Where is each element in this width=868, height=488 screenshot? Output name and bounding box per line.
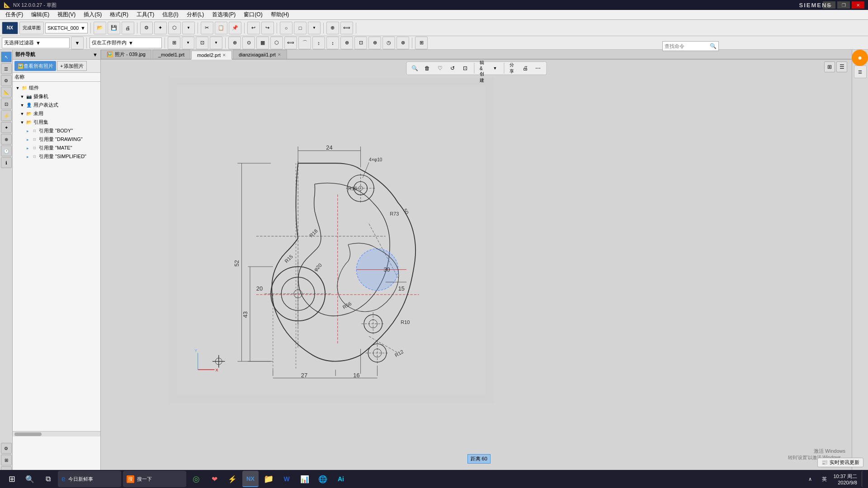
sidebar-icon-6[interactable]: ✦ [1,122,12,133]
t2-btn4[interactable]: ▼ [210,37,222,49]
t2-btn5[interactable]: ⊕ [228,37,241,49]
taskbar-app6[interactable]: ⚡ [224,471,241,487]
snap-tool[interactable]: ⊕ [326,22,339,34]
taskbar-ie[interactable]: e 今日新鲜事 [58,471,121,487]
filter-dropdown[interactable]: 无选择过滤器 ▼ [2,38,70,48]
taskbar-nx[interactable]: NX [242,471,259,487]
news-notification[interactable]: 📰 实时资讯更新 [817,458,863,467]
menu-task[interactable]: 任务(F) [2,10,27,19]
delete-btn[interactable]: 🗑 [422,63,433,74]
taskbar-up-arrow[interactable]: ∧ [802,471,818,487]
t2-btn6[interactable]: ⊙ [242,37,255,49]
undo-btn[interactable]: ↩ [247,22,260,34]
taskbar-app9[interactable]: 📊 [297,471,313,487]
right-btn2[interactable]: ☰ [854,66,867,78]
tree-node-expressions[interactable]: ▼ 👤 用户表达式 [14,101,99,109]
redo-btn[interactable]: ↪ [261,22,274,34]
sidebar-icon-history[interactable]: 🕐 [1,145,12,156]
show-desktop-btn[interactable] [862,471,864,487]
taskbar-app5[interactable]: ❤ [206,471,222,487]
more-btn[interactable]: ⋯ [533,63,543,74]
taskbar-ai[interactable]: Ai [333,471,349,487]
menu-format[interactable]: 格式(R) [106,10,132,19]
view-all-btn[interactable]: 🖼️ 查看所有照片 [14,61,56,71]
tree-node-camera[interactable]: ▼ 📷 摄像机 [14,92,99,101]
tree-node-drawing[interactable]: ▸ ⊡ 引用量 "DRAWING" [14,135,99,144]
tab-photo[interactable]: 🖼️ 照片 - 039.jpg [101,50,151,59]
tab-dianzixia-close[interactable]: ✕ [278,52,281,57]
tab-model2[interactable]: model2.prt ✕ [191,51,232,60]
filter-btn[interactable]: ▼ [71,37,84,49]
menu-window[interactable]: 窗口(O) [240,10,266,19]
mirror-tool[interactable]: ⟺ [340,22,353,34]
tool4[interactable]: ▼ [182,22,195,34]
t2-btn9[interactable]: ⟺ [284,37,297,49]
sidebar-icon-5[interactable]: ⚡ [1,110,12,121]
canvas-right-btn1[interactable]: ⊞ [824,61,835,72]
menu-edit[interactable]: 编辑(E) [28,10,53,19]
t2-btn13[interactable]: ⊕ [340,37,353,49]
menu-view[interactable]: 视图(V) [54,10,79,19]
search-box[interactable]: 🔍 [662,41,719,51]
tool1[interactable]: ⚙ [140,22,153,34]
scope-dropdown[interactable]: 仅在工作部件内 ▼ [90,38,162,48]
t2-btn10[interactable]: ⌒ [298,37,311,49]
circle-tool[interactable]: ○ [280,22,292,34]
fit-btn[interactable]: ⊡ [460,63,471,74]
sidebar-icon-4[interactable]: ⊡ [1,99,12,109]
print-btn[interactable]: 🖨 [122,22,134,34]
tool3[interactable]: ⬡ [168,22,181,34]
tree-node-simplified[interactable]: ▸ ⊡ 引用量 "SIMPLIFIED" [14,152,99,161]
sidebar-icon-2[interactable]: ⚙ [1,75,12,86]
sidebar-icon-1[interactable]: ☰ [1,63,12,74]
open-btn[interactable]: 📂 [94,22,106,34]
print-canvas-btn[interactable]: 🖨 [520,63,531,74]
taskbar-word[interactable]: W [278,471,295,487]
tool2[interactable]: ✦ [154,22,167,34]
sidebar-icon-3[interactable]: 📐 [1,87,12,98]
sidebar-icon-grid[interactable]: ⊞ [1,455,12,465]
finish-sketch-btn[interactable]: 完成草图 [19,22,44,34]
sidebar-icon-cursor[interactable]: ↖ [1,52,12,62]
tab-model2-close[interactable]: ✕ [222,53,226,57]
canvas-edit-btn[interactable]: 编辑 & 创建 [477,63,488,74]
t2-btn16[interactable]: ◷ [382,37,395,49]
menu-info[interactable]: 信息(I) [159,10,182,19]
tab-dianzixia[interactable]: dianzixiagaii1.prt ✕ [233,50,287,59]
menu-insert[interactable]: 插入(S) [80,10,105,19]
taskbar-clock[interactable]: 10:37 周二 2020/9/8 [830,473,860,485]
t2-btn18[interactable]: ⊞ [415,37,428,49]
tree-node-refsets[interactable]: ▼ 📂 引用集 [14,118,99,127]
canvas-right-btn2[interactable]: ☰ [836,61,847,72]
rotate-btn[interactable]: ↺ [447,63,458,74]
restore-button[interactable]: ❐ [837,1,850,9]
tree-node-mate[interactable]: ▸ ⊡ 引用量 "MATE" [14,144,99,152]
orange-notification[interactable]: ● [852,50,868,66]
search-button[interactable]: 🔍 [22,471,38,487]
dim-tool[interactable]: ▼ [308,22,321,34]
sidebar-icon-settings[interactable]: ⚙ [1,443,12,454]
t2-btn11[interactable]: ↕ [312,37,325,49]
t2-btn17[interactable]: ⊗ [396,37,409,49]
close-button[interactable]: ✕ [852,1,864,9]
parts-nav-collapse[interactable]: ▼ [93,52,98,57]
tree-node-component[interactable]: ▼ 📁 组件 [14,84,99,92]
taskbar-chrome[interactable]: ◎ [188,471,204,487]
tab-model1[interactable]: _model1.prt [152,50,190,59]
t2-btn1[interactable]: ⊞ [168,37,180,49]
taskbar-explorer[interactable]: 📁 [260,471,277,487]
menu-tools[interactable]: 工具(T) [133,10,158,19]
t2-btn12[interactable]: ↕ [326,37,339,49]
menu-analysis[interactable]: 分析(L) [183,10,208,19]
t2-btn2[interactable]: ▼ [182,37,194,49]
sidebar-icon-7[interactable]: ⊕ [1,134,12,145]
add-photo-btn[interactable]: + 添加照片 [57,61,87,71]
save-btn[interactable]: 💾 [108,22,120,34]
taskbar-app10[interactable]: 🌐 [315,471,331,487]
t2-btn14[interactable]: ⊡ [354,37,367,49]
nx-logo-btn[interactable]: NX [2,22,18,34]
cut-btn[interactable]: ✂ [201,22,213,34]
sidebar-icon-info[interactable]: ℹ [1,157,12,168]
start-button[interactable]: ⊞ [4,471,20,487]
tree-node-body[interactable]: ▸ ⊡ 引用量 "BODY" [14,127,99,135]
